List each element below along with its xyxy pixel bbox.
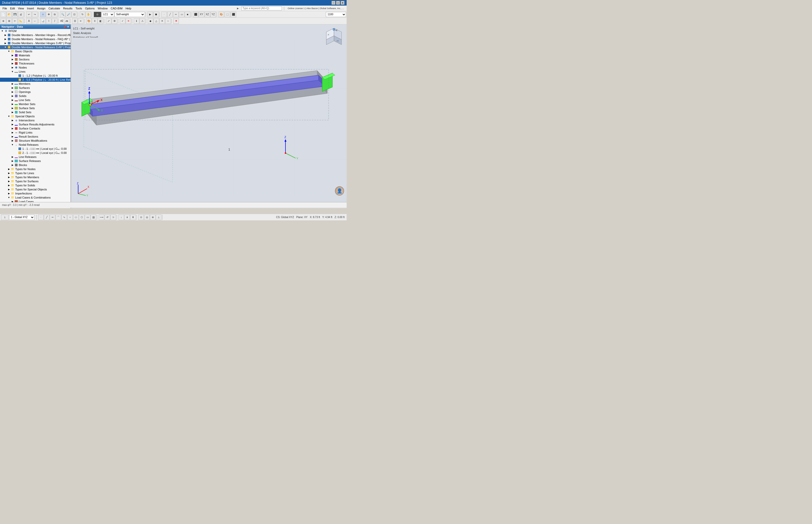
menu-tools[interactable]: Tools: [74, 6, 84, 11]
filter-btn[interactable]: ⧖: [92, 18, 98, 24]
view-yz-btn[interactable]: YZ: [210, 12, 216, 17]
scale-btn[interactable]: ⤢: [106, 18, 112, 24]
menu-view[interactable]: View: [17, 6, 26, 11]
nav-solidsets[interactable]: ▶ Solid Sets: [0, 110, 70, 114]
layer-btn[interactable]: ◧: [98, 18, 103, 24]
menu-calculate[interactable]: Calculate: [47, 6, 62, 11]
menu-cadbim[interactable]: CAD-BIM: [109, 6, 124, 11]
close-button[interactable]: ✕: [340, 1, 344, 5]
nav-typesforsurfaces[interactable]: ▶ 📁 Types for Surfaces: [0, 179, 70, 183]
nav-blocks[interactable]: ▶ Blocks: [0, 163, 70, 167]
nav-nodrel2[interactable]: 2 - 1 - □□□ ▪▪▪ | Local xyz | C₁ₓ: 0.00: [0, 151, 70, 155]
draw-ellipse-btn[interactable]: ⬭: [73, 214, 79, 220]
result-display-select[interactable]: 1100: [326, 12, 346, 17]
surface-btn[interactable]: ▭: [179, 12, 185, 17]
render-btn[interactable]: 🎨: [219, 12, 224, 17]
grid-btn[interactable]: ⊞: [6, 18, 12, 24]
nav-typesforsolids[interactable]: ▶ 📁 Types for Solids: [0, 183, 70, 187]
deform-btn[interactable]: ⌇: [46, 18, 51, 24]
draw-arc-btn[interactable]: ⌒: [55, 214, 61, 220]
nav-lines[interactable]: ▼ Lines: [0, 69, 70, 73]
nav-typesformembers[interactable]: ▶ 📁 Types for Members: [0, 175, 70, 179]
load-diagram-btn[interactable]: 📊: [40, 18, 46, 24]
print-btn[interactable]: 🖨: [18, 12, 23, 17]
menu-assign[interactable]: Assign: [35, 6, 47, 11]
draw-poly-btn[interactable]: ⬡: [79, 214, 85, 220]
viewport[interactable]: LC1 - Self-weight Static Analysis Rotati…: [71, 24, 346, 208]
nav-openings[interactable]: ▶ Openings: [0, 90, 70, 94]
diamond-btn[interactable]: ◆: [148, 18, 153, 24]
snap-int-btn[interactable]: ⊛: [150, 214, 155, 220]
nav-surfaces[interactable]: ▶ Surfaces: [0, 86, 70, 90]
nav-close-btn[interactable]: ✕: [67, 26, 69, 28]
snap-btn[interactable]: ⊕: [0, 18, 6, 24]
undo-btn[interactable]: ↩: [26, 12, 32, 17]
draw-line-btn[interactable]: ╱: [44, 214, 50, 220]
copy-btn[interactable]: ⧉: [52, 12, 57, 17]
maximize-button[interactable]: □: [336, 1, 340, 5]
node-load-btn[interactable]: ↓: [118, 214, 124, 220]
minimize-button[interactable]: ─: [332, 1, 336, 5]
nav-linerel[interactable]: ▶ Line Releases: [0, 155, 70, 159]
nav-file2[interactable]: ▶ Double Members - Nodal Releases - FAQ.…: [0, 37, 70, 41]
move-btn[interactable]: ✥: [46, 12, 51, 17]
lc-d-btn[interactable]: D: [94, 12, 101, 17]
rotate-btn[interactable]: ↻: [80, 12, 85, 17]
nav-line2[interactable]: 2 - 5,6 | Polyline | L : 20.00 ft | Line…: [0, 78, 70, 82]
menu-help[interactable]: Help: [124, 6, 133, 11]
solid-render-btn[interactable]: ⬛: [231, 12, 236, 17]
surf-load-btn[interactable]: ⬇: [130, 214, 136, 220]
nav-surfcontacts[interactable]: ▶ Surface Contacts: [0, 127, 70, 131]
wire-btn[interactable]: ⬚: [224, 12, 230, 17]
cross2-btn[interactable]: ✕: [159, 18, 165, 24]
info-btn[interactable]: ℹ: [134, 18, 139, 24]
draw-node-btn[interactable]: ·: [38, 214, 44, 220]
cs-btn[interactable]: 1: [1, 214, 9, 220]
menu-file[interactable]: File: [1, 6, 9, 11]
nav-members[interactable]: ▶ Members: [0, 82, 70, 86]
select-btn[interactable]: ⊹: [40, 12, 46, 17]
extrude-btn[interactable]: ⟿: [99, 214, 104, 220]
nav-loadcases[interactable]: ▼ 📁 Load Cases & Combinations: [0, 196, 70, 199]
annotation-btn[interactable]: Α: [26, 18, 32, 24]
solid-btn[interactable]: ■: [185, 12, 190, 17]
nav-line1[interactable]: 1 - 1,2 | Polyline | L : 20.00 ft: [0, 73, 70, 78]
nav-cube[interactable]: +Z +Y -X +: [324, 27, 344, 47]
color-btn[interactable]: 🎨: [86, 18, 91, 24]
close-panel-btn[interactable]: ✕: [173, 18, 179, 24]
nav-typesforlines[interactable]: ▶ 📁 Types for Lines: [0, 171, 70, 175]
zoom-out-btn[interactable]: 🔎: [66, 12, 71, 17]
menu-window[interactable]: Window: [96, 6, 109, 11]
nav-nodes[interactable]: ▶ Nodes: [0, 65, 70, 69]
nav-nodalrel[interactable]: ▼ ⟂ Nodal Releases: [0, 143, 70, 147]
view-settings-btn[interactable]: ⚙: [112, 18, 117, 24]
moment-btn[interactable]: ⤴: [52, 18, 57, 24]
check-btn[interactable]: ✓: [120, 18, 125, 24]
nav-file3[interactable]: ▶ Double Members - Member Hinges 3.rf6* …: [0, 41, 70, 45]
nav-file1[interactable]: ▶ Double Members - Member Hinges - Recor…: [0, 33, 70, 37]
nav-resultsect[interactable]: ▶ Result Sections: [0, 134, 70, 138]
member-btn[interactable]: ═: [173, 12, 179, 17]
pan-btn[interactable]: ✋: [85, 12, 91, 17]
nav-linesets[interactable]: ▶ Line Sets: [0, 98, 70, 102]
snap-perp-btn[interactable]: ⊥: [156, 214, 162, 220]
nav-membersets[interactable]: ▶ Member Sets: [0, 102, 70, 106]
nav-rfem[interactable]: ▼ R RFEM: [0, 29, 70, 33]
nav-imperfections[interactable]: ▶ 📁 Imperfections: [0, 192, 70, 196]
snap-midpt-btn[interactable]: ◎: [144, 214, 150, 220]
play-btn[interactable]: ▶: [148, 12, 153, 17]
view-xy-btn[interactable]: XY: [199, 12, 204, 17]
stop-btn[interactable]: ⏹: [153, 12, 159, 17]
table-btn[interactable]: ☰: [72, 18, 78, 24]
nav-nodrel1[interactable]: 1 - 1 - □□□ ▪▪▪ | Local xyz | C₁ₓ: 0.00: [0, 147, 70, 151]
triang-btn[interactable]: △: [153, 18, 159, 24]
nav-intersections[interactable]: ▶ ⊕ Intersections: [0, 118, 70, 122]
zoom-in-btn[interactable]: 🔍: [60, 12, 66, 17]
nav-surfacesets[interactable]: ▶ Surface Sets: [0, 106, 70, 110]
line-btn[interactable]: ╱: [167, 12, 173, 17]
new-btn[interactable]: 📄: [0, 12, 6, 17]
lc-select[interactable]: LC1: [101, 12, 114, 17]
menu-edit[interactable]: Edit: [9, 6, 17, 11]
open-btn[interactable]: 📂: [6, 12, 12, 17]
draw-spline-btn[interactable]: ∿: [62, 214, 67, 220]
